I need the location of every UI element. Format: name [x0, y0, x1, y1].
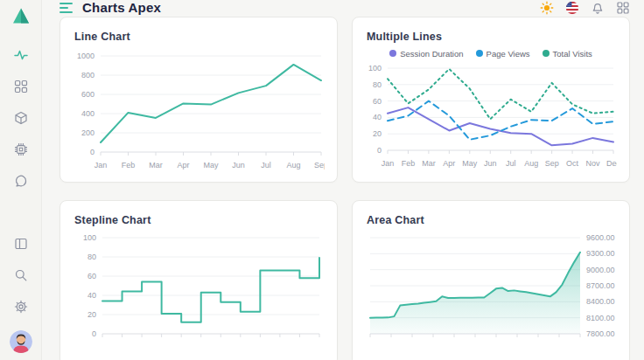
package-cube-icon[interactable] [14, 111, 28, 125]
svg-text:200: 200 [81, 128, 94, 137]
chat-bubble-icon[interactable] [14, 174, 28, 188]
svg-text:Oct: Oct [566, 159, 579, 168]
language-us-flag-icon[interactable] [565, 1, 579, 15]
card-title: Stepline Chart [74, 213, 323, 227]
card-title: Area Chart [367, 213, 615, 227]
cpu-chip-icon[interactable] [14, 142, 28, 156]
svg-text:May: May [462, 159, 478, 168]
theme-sun-icon[interactable] [540, 1, 554, 15]
svg-text:Dec: Dec [606, 159, 617, 168]
svg-text:Apr: Apr [177, 161, 189, 170]
svg-text:20: 20 [88, 310, 96, 319]
card-line-chart: Line Chart 02004006008001000JanFebMarApr… [60, 17, 338, 183]
svg-text:7800.00: 7800.00 [586, 329, 615, 338]
svg-text:Aug: Aug [524, 159, 538, 168]
card-area-chart: Area Chart 7800.008100.008400.008700.009… [352, 200, 630, 360]
svg-text:80: 80 [88, 253, 96, 261]
layout-panel-icon[interactable] [14, 237, 28, 251]
stepline-chart: 020406080100 [74, 231, 325, 360]
svg-text:Mar: Mar [149, 161, 163, 170]
page-title: Charts Apex [82, 0, 161, 15]
sidebar [0, 0, 42, 360]
svg-text:80: 80 [373, 80, 382, 89]
svg-text:0: 0 [92, 329, 96, 338]
svg-text:Jan: Jan [382, 159, 395, 168]
svg-text:100: 100 [368, 64, 382, 73]
svg-text:0: 0 [90, 148, 94, 156]
main-area: Charts Apex [42, 0, 644, 360]
svg-text:9300.00: 9300.00 [586, 249, 615, 258]
svg-text:Aug: Aug [286, 161, 300, 170]
svg-text:Jul: Jul [261, 161, 271, 170]
svg-text:20: 20 [373, 129, 382, 138]
user-avatar[interactable] [10, 330, 32, 353]
svg-text:40: 40 [88, 291, 96, 300]
legend-dot [476, 50, 483, 57]
svg-text:Feb: Feb [122, 161, 136, 170]
legend-item[interactable]: Page Views [476, 49, 530, 59]
svg-text:Mar: Mar [422, 159, 436, 168]
svg-text:Sep: Sep [545, 159, 559, 168]
svg-text:Nov: Nov [586, 159, 601, 168]
svg-text:100: 100 [83, 233, 96, 242]
app-logo triangle-logo-icon[interactable] [11, 6, 31, 25]
apps-grid-icon[interactable] [616, 1, 630, 15]
svg-text:8100.00: 8100.00 [586, 314, 615, 322]
hamburger-menu-icon[interactable] [60, 3, 73, 13]
multiple-lines-chart: 020406080100JanFebMarAprMayJunJulAugSepO… [367, 63, 617, 173]
activity-pulse-icon[interactable] [14, 48, 28, 62]
svg-text:Sep: Sep [314, 161, 325, 170]
svg-text:1000: 1000 [77, 52, 94, 60]
settings-gear-icon[interactable] [14, 300, 28, 314]
svg-text:Jan: Jan [94, 161, 108, 170]
svg-text:9000.00: 9000.00 [586, 266, 615, 274]
card-stepline-chart: Stepline Chart 020406080100 [60, 200, 338, 360]
card-multiple-lines: Multiple Lines Session DurationPage View… [352, 17, 630, 183]
svg-text:May: May [203, 161, 219, 170]
line-chart: 02004006008001000JanFebMarAprMayJunJulAu… [74, 47, 325, 175]
svg-text:0: 0 [377, 146, 382, 155]
svg-text:600: 600 [81, 90, 94, 99]
dashboard-grid-icon[interactable] [14, 80, 28, 93]
svg-text:Feb: Feb [402, 159, 416, 168]
svg-text:Apr: Apr [443, 159, 455, 168]
legend-dot [542, 50, 550, 57]
chart-legend: Session DurationPage ViewsTotal Visits [367, 47, 615, 59]
svg-text:800: 800 [81, 71, 94, 80]
svg-text:9600.00: 9600.00 [586, 233, 615, 242]
card-title: Line Chart [74, 30, 323, 44]
legend-label: Session Duration [400, 49, 463, 59]
search-icon[interactable] [14, 268, 28, 282]
top-bar: Charts Apex [42, 0, 644, 15]
svg-text:Jul: Jul [506, 159, 516, 168]
legend-dot [389, 50, 396, 57]
svg-text:Jun: Jun [484, 159, 497, 168]
legend-item[interactable]: Total Visits [542, 49, 592, 59]
legend-item[interactable]: Session Duration [389, 49, 463, 59]
svg-text:40: 40 [373, 113, 382, 121]
svg-text:400: 400 [81, 109, 94, 118]
area-chart: 7800.008100.008400.008700.009000.009300.… [367, 231, 617, 360]
legend-label: Total Visits [553, 49, 592, 59]
legend-label: Page Views [486, 49, 530, 59]
charts-grid: Line Chart 02004006008001000JanFebMarApr… [42, 15, 644, 360]
svg-text:60: 60 [373, 97, 382, 106]
svg-text:8700.00: 8700.00 [586, 281, 615, 290]
svg-text:8400.00: 8400.00 [586, 297, 615, 306]
notifications-bell-icon[interactable] [591, 1, 605, 15]
svg-text:Jun: Jun [232, 161, 245, 170]
card-title: Multiple Lines [367, 30, 615, 44]
svg-text:60: 60 [88, 272, 96, 280]
